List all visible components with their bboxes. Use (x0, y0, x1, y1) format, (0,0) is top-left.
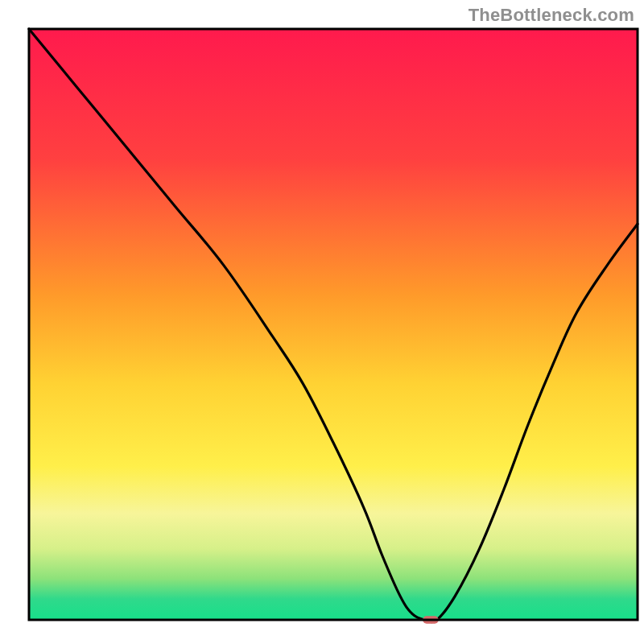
chart-background (29, 29, 638, 620)
bottleneck-chart (0, 0, 644, 644)
chart-container: TheBottleneck.com (0, 0, 644, 644)
